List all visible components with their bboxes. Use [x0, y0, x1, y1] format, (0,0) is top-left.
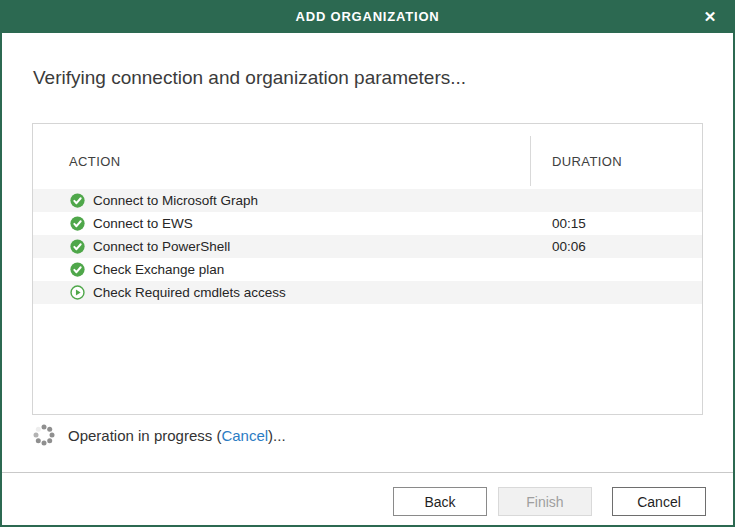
back-button[interactable]: Back: [393, 487, 487, 516]
action-cell: Check Required cmdlets access: [93, 285, 286, 300]
duration-cell: 00:06: [552, 239, 586, 254]
cancel-button[interactable]: Cancel: [612, 487, 706, 516]
page-title: Verifying connection and organization pa…: [33, 67, 466, 89]
action-cell: Connect to Microsoft Graph: [93, 193, 258, 208]
action-cell: Connect to EWS: [93, 216, 193, 231]
progress-table: ACTION DURATION Connect to Microsoft Gra…: [32, 123, 703, 415]
action-cell: Connect to PowerShell: [93, 239, 230, 254]
table-row[interactable]: Check Exchange plan: [33, 258, 702, 281]
column-header-duration: DURATION: [552, 154, 622, 169]
table-row[interactable]: Connect to PowerShell00:06: [33, 235, 702, 258]
cancel-operation-link[interactable]: Cancel: [221, 427, 268, 444]
table-rows: Connect to Microsoft GraphConnect to EWS…: [33, 189, 702, 304]
table-row[interactable]: Check Required cmdlets access: [33, 281, 702, 304]
success-check-icon: [70, 193, 85, 208]
status-suffix: )...: [268, 427, 286, 444]
action-cell: Check Exchange plan: [93, 262, 224, 277]
column-separator: [530, 136, 531, 186]
status-text: Operation in progress (Cancel)...: [68, 427, 286, 444]
column-header-action: ACTION: [69, 154, 121, 169]
success-check-icon: [70, 239, 85, 254]
running-icon: [70, 285, 85, 300]
table-row[interactable]: Connect to EWS00:15: [33, 212, 702, 235]
table-row[interactable]: Connect to Microsoft Graph: [33, 189, 702, 212]
close-icon[interactable]: ✕: [694, 0, 726, 33]
duration-cell: 00:15: [552, 216, 586, 231]
success-check-icon: [70, 262, 85, 277]
spinner-icon: [31, 422, 57, 448]
add-organization-dialog: ADD ORGANIZATION ✕ Verifying connection …: [0, 0, 735, 527]
window-border-left: [0, 0, 2, 527]
footer-divider: [0, 472, 735, 473]
status-prefix: Operation in progress (: [68, 427, 221, 444]
finish-button[interactable]: Finish: [498, 487, 592, 516]
dialog-title: ADD ORGANIZATION: [0, 0, 735, 33]
titlebar: ADD ORGANIZATION ✕: [0, 0, 735, 33]
success-check-icon: [70, 216, 85, 231]
